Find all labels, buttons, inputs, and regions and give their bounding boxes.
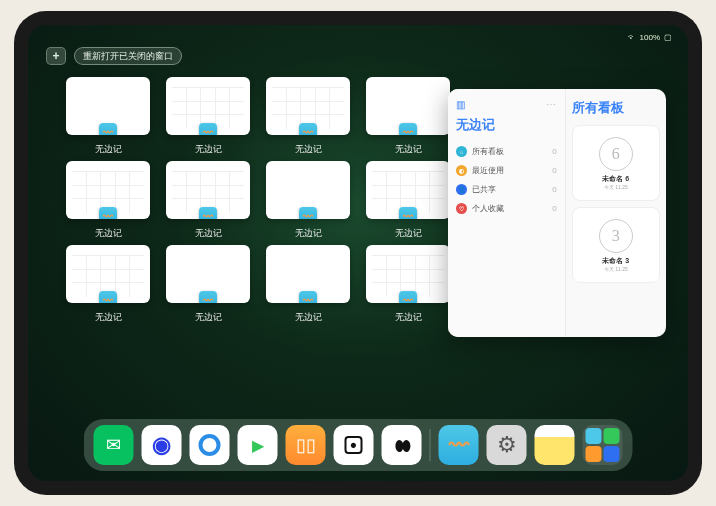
sidebar-item[interactable]: 👤已共享0 [456,180,557,199]
sidebar-item-count: 0 [552,204,556,213]
window-thumb[interactable]: 无边记 [64,77,152,157]
window-preview [266,77,350,135]
window-preview [166,245,250,303]
window-label: 无边记 [295,311,322,324]
screen: ᯤ 100% ▢ + 重新打开已关闭的窗口 无边记无边记无边记无边记无边记无边记… [28,25,688,481]
sidebar-title: 无边记 [456,116,557,134]
sidebar-item-count: 0 [552,166,556,175]
freeform-window[interactable]: ▥ ⋯ 无边记 ○所有看板0◐最近使用0👤已共享0♡个人收藏0 所有看板 6未命… [448,89,666,337]
window-thumb[interactable]: 无边记 [164,161,252,241]
window-thumb[interactable]: 无边记 [264,161,352,241]
board-sketch: 3 [599,219,633,253]
board-sketch: 6 [599,137,633,171]
freeform-app-icon [299,207,317,219]
board-name: 未命名 6 [602,174,629,184]
window-thumb[interactable]: 无边记 [264,77,352,157]
freeform-app-icon [399,207,417,219]
window-label: 无边记 [195,227,222,240]
window-label: 无边记 [195,311,222,324]
dock-app-dots[interactable]: ⬮⬮ [382,425,422,465]
window-thumb[interactable]: 无边记 [364,161,452,241]
sidebar-item-label: 所有看板 [472,146,504,157]
freeform-app-icon [299,291,317,303]
window-thumb[interactable]: 无边记 [264,245,352,325]
dock-app-settings[interactable]: ⚙ [487,425,527,465]
window-preview [66,161,150,219]
battery-text: 100% [640,33,660,42]
board-subtitle: 今天 11:25 [604,266,628,272]
window-preview [266,161,350,219]
window-label: 无边记 [95,311,122,324]
dock-app-notes[interactable] [535,425,575,465]
window-preview [366,77,450,135]
wifi-icon: ᯤ [628,33,636,42]
window-preview [366,245,450,303]
sidebar-item-count: 0 [552,147,556,156]
sidebar-item-icon: ♡ [456,203,467,214]
dock-app-library[interactable] [583,425,623,465]
add-window-button[interactable]: + [46,47,66,65]
top-controls: + 重新打开已关闭的窗口 [46,47,182,65]
sidebar-list: ○所有看板0◐最近使用0👤已共享0♡个人收藏0 [456,142,557,218]
window-thumb[interactable]: 无边记 [64,245,152,325]
freeform-main: 所有看板 6未命名 6今天 11:253未命名 3今天 11:25 [566,89,666,337]
sidebar-item-label: 个人收藏 [472,203,504,214]
dock-app-quark[interactable] [190,425,230,465]
board-name: 未命名 3 [602,256,629,266]
window-preview [66,245,150,303]
status-bar: ᯤ 100% ▢ [28,29,688,45]
dock-app-books[interactable]: ▯▯ [286,425,326,465]
sidebar-item-label: 已共享 [472,184,496,195]
dock-app-dice[interactable]: • [334,425,374,465]
reopen-closed-window-button[interactable]: 重新打开已关闭的窗口 [74,47,182,65]
sidebar-item[interactable]: ○所有看板0 [456,142,557,161]
freeform-app-icon [399,123,417,135]
battery-icon: ▢ [664,33,672,42]
window-grid: 无边记无边记无边记无边记无边记无边记无边记无边记无边记无边记无边记无边记 [64,77,452,407]
dock-separator [430,429,431,461]
window-label: 无边记 [395,227,422,240]
window-label: 无边记 [295,143,322,156]
freeform-app-icon [199,291,217,303]
sidebar-item-count: 0 [552,185,556,194]
dock-app-freeform[interactable]: 〰 [439,425,479,465]
freeform-app-icon [299,123,317,135]
freeform-app-icon [99,207,117,219]
window-label: 无边记 [295,227,322,240]
window-thumb[interactable]: 无边记 [64,161,152,241]
window-preview [266,245,350,303]
sidebar-item-icon: ◐ [456,165,467,176]
sidebar-item-label: 最近使用 [472,165,504,176]
window-label: 无边记 [95,143,122,156]
window-thumb[interactable]: 无边记 [164,77,252,157]
main-title: 所有看板 [572,99,660,117]
board-card[interactable]: 6未命名 6今天 11:25 [572,125,660,201]
board-card[interactable]: 3未命名 3今天 11:25 [572,207,660,283]
freeform-app-icon [199,123,217,135]
dock-app-wechat[interactable]: ✉ [94,425,134,465]
board-subtitle: 今天 11:25 [604,184,628,190]
more-icon[interactable]: ⋯ [546,99,557,110]
sidebar-item-icon: 👤 [456,184,467,195]
window-preview [166,161,250,219]
window-label: 无边记 [395,143,422,156]
ipad-frame: ᯤ 100% ▢ + 重新打开已关闭的窗口 无边记无边记无边记无边记无边记无边记… [14,11,702,495]
sidebar-item[interactable]: ◐最近使用0 [456,161,557,180]
freeform-app-icon [199,207,217,219]
window-preview [166,77,250,135]
sidebar-toggle-icon[interactable]: ▥ [456,99,465,110]
sidebar-item[interactable]: ♡个人收藏0 [456,199,557,218]
window-thumb[interactable]: 无边记 [364,245,452,325]
freeform-sidebar: ▥ ⋯ 无边记 ○所有看板0◐最近使用0👤已共享0♡个人收藏0 [448,89,566,337]
freeform-app-icon [99,291,117,303]
sidebar-item-icon: ○ [456,146,467,157]
freeform-app-icon [99,123,117,135]
window-label: 无边记 [195,143,222,156]
dock-app-play[interactable]: ▶ [238,425,278,465]
dock: ✉◉▶▯▯•⬮⬮〰⚙ [84,419,633,471]
dock-app-quark-hd[interactable]: ◉ [142,425,182,465]
window-preview [366,161,450,219]
window-thumb[interactable]: 无边记 [364,77,452,157]
window-thumb[interactable]: 无边记 [164,245,252,325]
freeform-app-icon [399,291,417,303]
